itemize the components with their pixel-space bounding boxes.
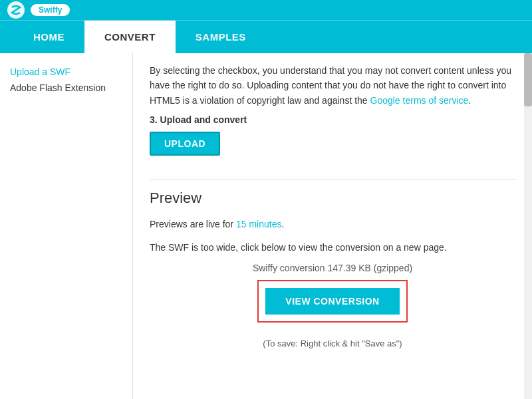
preview-line1-end: . (281, 219, 284, 229)
preview-wide-text: The SWF is too wide, click below to view… (150, 240, 515, 255)
nav-bar: HOME CONVERT SAMPLES (0, 20, 532, 53)
logo-area: Swiffy (7, 1, 70, 19)
save-hint: (To save: Right click & hit "Save as") (150, 338, 515, 348)
preview-time: 15 minutes (236, 219, 281, 229)
scrollbar-track[interactable] (524, 53, 532, 399)
sidebar-item-adobe-flash: Adobe Flash Extension (10, 82, 122, 93)
preview-time-text: Previews are live for 15 minutes. (150, 217, 515, 231)
nav-convert[interactable]: CONVERT (84, 21, 176, 54)
preview-line1: Previews are live for (150, 219, 236, 229)
intro-paragraph: By selecting the checkbox, you understan… (150, 63, 515, 108)
conversion-info: Swiffy conversion 147.39 KB (gzipped) (150, 263, 515, 273)
google-tos-link[interactable]: Google terms of service (370, 95, 469, 106)
sidebar-item-upload-swf[interactable]: Upload a SWF (10, 66, 122, 77)
swiffy-logo-icon (7, 1, 25, 19)
content-area: Upload a SWF Adobe Flash Extension By se… (0, 53, 532, 399)
nav-home[interactable]: HOME (13, 21, 84, 54)
preview-section-title: Preview (150, 190, 515, 207)
sidebar: Upload a SWF Adobe Flash Extension (0, 53, 133, 399)
nav-samples[interactable]: SAMPLES (176, 21, 266, 54)
step-label: 3. Upload and convert (150, 114, 515, 125)
logo-button[interactable]: Swiffy (31, 4, 70, 16)
section-divider (150, 179, 515, 180)
view-conversion-wrapper: VIEW CONVERSION (257, 280, 407, 323)
top-bar: Swiffy (0, 0, 532, 20)
main-content: By selecting the checkbox, you understan… (133, 53, 532, 399)
view-conversion-button[interactable]: VIEW CONVERSION (265, 288, 399, 315)
scrollbar-thumb[interactable] (524, 53, 532, 106)
upload-button[interactable]: UPLOAD (150, 132, 220, 156)
